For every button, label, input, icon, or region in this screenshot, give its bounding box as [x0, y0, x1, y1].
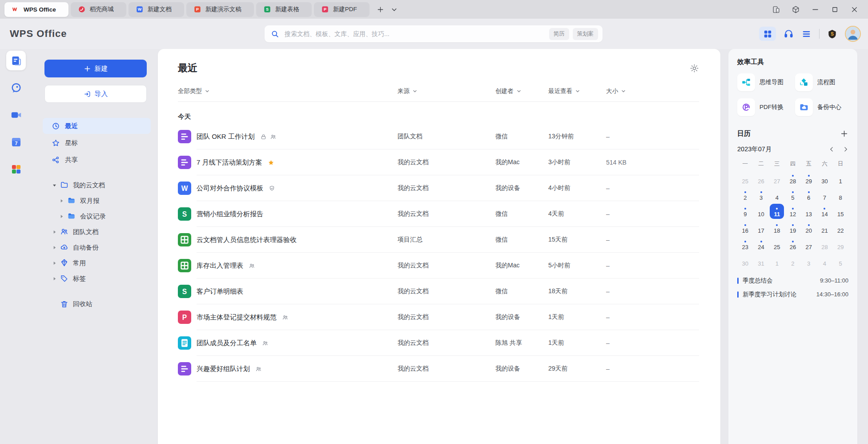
calendar-day[interactable]: 25: [770, 237, 784, 252]
tool-pdf-convert[interactable]: PDF转换: [737, 98, 791, 116]
rail-item-meetings[interactable]: [6, 105, 26, 125]
search-input[interactable]: [284, 30, 549, 38]
sidebar-item-starred[interactable]: 星标: [43, 135, 151, 151]
calendar-prev-button[interactable]: [829, 146, 835, 152]
calendar-event[interactable]: 新季度学习计划讨论14:30–16:00: [737, 287, 848, 301]
calendar-day[interactable]: 14: [817, 204, 832, 219]
calendar-day[interactable]: 10: [754, 204, 768, 219]
calendar-day[interactable]: 29: [833, 237, 848, 252]
calendar-day[interactable]: 1: [833, 171, 848, 186]
table-row[interactable]: 7 月线下活动策划方案我的云文档我的Mac3小时前514 KB: [178, 149, 699, 175]
table-row[interactable]: 库存出入管理表我的云文档我的Mac5小时前–: [178, 253, 699, 279]
tool-mindmap[interactable]: 思维导图: [737, 73, 791, 91]
table-row[interactable]: 兴趣爱好组队计划我的云文档我的设备29天前–: [178, 356, 699, 382]
tab-wps-office[interactable]: WPS Office: [4, 2, 68, 17]
sidebar-item-trash[interactable]: 回收站: [43, 296, 151, 312]
caret-right-icon[interactable]: [59, 214, 64, 219]
sidebar-item-bimonthly-report[interactable]: 双月报: [43, 193, 151, 209]
calendar-day[interactable]: 30: [817, 171, 832, 186]
caret-right-icon[interactable]: [52, 245, 57, 250]
filter-1[interactable]: 来源: [398, 87, 495, 95]
calendar-day[interactable]: 2: [738, 187, 752, 202]
rail-item-messages[interactable]: [6, 78, 26, 97]
calendar-day[interactable]: 15: [833, 204, 848, 219]
table-row[interactable]: W公司对外合作协议模板我的云文档我的设备4小时前–: [178, 175, 699, 201]
calendar-day[interactable]: 8: [833, 187, 848, 202]
table-row[interactable]: 团队 OKR 工作计划团队文档微信13分钟前–: [178, 124, 699, 149]
add-event-button[interactable]: [840, 129, 848, 138]
calendar-day[interactable]: 18: [770, 220, 784, 235]
calendar-day[interactable]: 6: [802, 187, 816, 202]
tab-list-dropdown-icon[interactable]: [390, 6, 398, 13]
close-button[interactable]: [847, 3, 862, 16]
workspace-cube-button[interactable]: [788, 3, 803, 16]
tab-new-spreadsheet[interactable]: S新建表格: [256, 2, 312, 17]
calendar-day[interactable]: 5: [786, 187, 800, 202]
calendar-day[interactable]: 4: [770, 187, 784, 202]
global-menu-button[interactable]: [801, 29, 812, 39]
rail-item-calendar[interactable]: 7: [6, 132, 26, 152]
avatar[interactable]: [845, 26, 861, 42]
search-tag-plan[interactable]: 策划案: [573, 28, 599, 40]
calendar-day[interactable]: 13: [802, 204, 816, 219]
caret-right-icon[interactable]: [52, 261, 57, 266]
calendar-day[interactable]: 31: [754, 253, 768, 268]
tool-flowchart[interactable]: 流程图: [795, 73, 848, 91]
calendar-day[interactable]: 20: [802, 220, 816, 235]
caret-right-icon[interactable]: [52, 230, 57, 234]
calendar-day[interactable]: 29: [802, 171, 816, 186]
filter-3[interactable]: 最近查看: [548, 87, 606, 95]
calendar-day[interactable]: 5: [833, 253, 848, 268]
vip-badge[interactable]: S: [827, 29, 837, 39]
sidebar-item-shared[interactable]: 共享: [43, 152, 151, 168]
calendar-day[interactable]: 25: [738, 171, 752, 186]
calendar-day[interactable]: 1: [770, 253, 784, 268]
sidebar-item-auto-backup[interactable]: 自动备份: [43, 240, 151, 255]
sidebar-item-recent[interactable]: 最近: [43, 118, 151, 134]
filter-2[interactable]: 创建者: [495, 87, 548, 95]
table-row[interactable]: 团队成员及分工名单我的云文档陈旭 共享1天前–: [178, 330, 699, 356]
rail-item-documents[interactable]: [6, 51, 26, 70]
calendar-day[interactable]: 24: [754, 237, 768, 252]
table-row[interactable]: S营销小组业绩分析报告我的云文档微信4天前–: [178, 201, 699, 227]
tool-backup-center[interactable]: 备份中心: [795, 98, 848, 116]
calendar-day[interactable]: 27: [802, 237, 816, 252]
calendar-day[interactable]: 12: [786, 204, 800, 219]
gear-icon[interactable]: [690, 64, 699, 73]
support-headset-button[interactable]: [784, 29, 794, 39]
sidebar-item-meeting-notes[interactable]: 会议记录: [43, 209, 151, 224]
calendar-event[interactable]: 季度总结会9:30–11:00: [737, 274, 848, 287]
caret-right-icon[interactable]: [52, 276, 57, 281]
calendar-day[interactable]: 28: [786, 171, 800, 186]
new-tab-button[interactable]: [377, 6, 384, 13]
table-row[interactable]: S客户订单明细表我的云文档微信18天前–: [178, 279, 699, 304]
sidebar-item-frequently-used[interactable]: 常用: [43, 255, 151, 271]
calendar-day[interactable]: 3: [754, 187, 768, 202]
calendar-day[interactable]: 27: [770, 171, 784, 186]
tab-new-writer[interactable]: W新建文档: [129, 2, 184, 17]
calendar-day[interactable]: 4: [817, 253, 832, 268]
search-tag-resume[interactable]: 简历: [549, 28, 569, 40]
calendar-day[interactable]: 26: [754, 171, 768, 186]
minimize-button[interactable]: [808, 3, 823, 16]
tab-new-pdf[interactable]: P新建PDF: [314, 2, 370, 17]
apps-grid-button[interactable]: [759, 27, 776, 41]
rail-item-apps[interactable]: [6, 159, 26, 179]
caret-down-icon[interactable]: [52, 183, 57, 188]
calendar-day[interactable]: 22: [833, 220, 848, 235]
calendar-day[interactable]: 30: [738, 253, 752, 268]
calendar-day[interactable]: 26: [786, 237, 800, 252]
filter-0[interactable]: 全部类型: [178, 87, 398, 95]
calendar-day[interactable]: 21: [817, 220, 832, 235]
calendar-day[interactable]: 19: [786, 220, 800, 235]
calendar-day[interactable]: 16: [738, 220, 752, 235]
phone-link-button[interactable]: [768, 3, 784, 16]
tab-new-presentation[interactable]: P新建演示文稿: [186, 2, 254, 17]
table-row[interactable]: P市场主体登记提交材料规范我的云文档我的设备1天前–: [178, 304, 699, 330]
calendar-day[interactable]: 7: [817, 187, 832, 202]
new-document-button[interactable]: 新建: [44, 60, 147, 77]
calendar-day[interactable]: 28: [817, 237, 832, 252]
table-row[interactable]: 云文档管人员信息统计表理器验收项目汇总微信15天前–: [178, 227, 699, 253]
import-button[interactable]: 导入: [44, 85, 147, 103]
calendar-day[interactable]: 2: [786, 253, 800, 268]
